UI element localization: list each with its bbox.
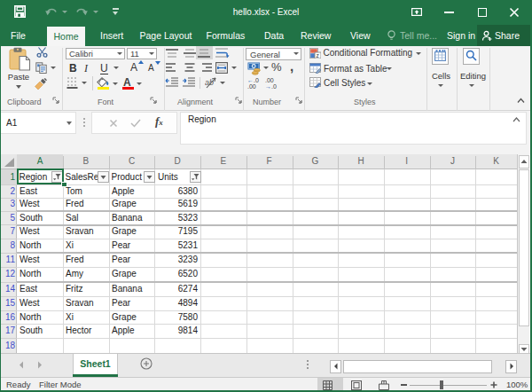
svg-text:z: z bbox=[317, 52, 319, 59]
